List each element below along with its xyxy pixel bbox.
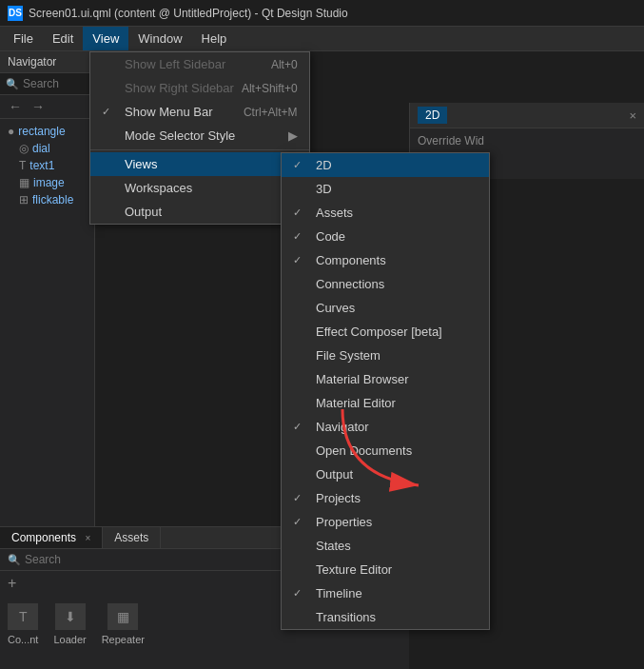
override-label: Override Wid — [410, 128, 644, 153]
nav-controls: ← → — [0, 95, 94, 119]
label-timeline: Timeline — [316, 586, 362, 600]
label-material-browser: Material Browser — [316, 372, 409, 386]
submenu-assets[interactable]: Assets — [282, 201, 489, 225]
list-item-loader[interactable]: ⬇ Loader — [53, 603, 86, 645]
label-code: Code — [316, 229, 345, 244]
views-submenu: 2D 3D Assets Code Components — [281, 152, 490, 630]
close-icon[interactable]: × — [629, 108, 636, 123]
menu-window[interactable]: Window — [128, 27, 191, 50]
label-transitions: Transitions — [316, 610, 376, 624]
submenu-timeline[interactable]: Timeline — [282, 581, 489, 605]
menu-view[interactable]: View — [83, 27, 128, 50]
tree-label: rectangle — [18, 125, 65, 138]
tree-label: flickable — [32, 193, 73, 207]
label-curves: Curves — [316, 301, 355, 315]
submenu-open-documents[interactable]: Open Documents — [282, 439, 489, 462]
submenu-2d[interactable]: 2D — [282, 153, 489, 177]
list-item-content[interactable]: T Co...nt — [8, 603, 38, 645]
submenu-projects[interactable]: Projects — [282, 486, 489, 510]
submenu-transitions[interactable]: Transitions — [282, 605, 489, 629]
check-projects — [293, 492, 308, 504]
nav-back-button[interactable]: ← — [6, 98, 25, 115]
submenu-texture-editor[interactable]: Texture Editor — [282, 558, 489, 581]
label-assets: Assets — [316, 206, 353, 220]
image-icon: ▦ — [19, 176, 29, 189]
submenu-properties[interactable]: Properties — [282, 510, 489, 534]
search-icon: 🔍 — [6, 78, 19, 90]
label-output: Output — [316, 467, 353, 482]
navigator-search-bar: 🔍 — [0, 73, 94, 95]
submenu-connections[interactable]: Connections — [282, 272, 489, 296]
tree-item-dial[interactable]: ◎ dial — [0, 140, 94, 157]
tree-item-image[interactable]: ▦ image — [0, 174, 94, 191]
view-menu: Show Left Sidebar Alt+0 Show Right Sideb… — [89, 51, 310, 225]
menu-views[interactable]: Views ▶ 2D 3D Assets Code — [90, 152, 309, 176]
output-label: Output — [125, 205, 162, 219]
tree-label: dial — [32, 142, 50, 155]
submenu-material-editor[interactable]: Material Editor — [282, 391, 489, 415]
check-2d — [293, 159, 308, 171]
check-properties — [293, 516, 308, 528]
shortcut-menu-bar: Ctrl+Alt+M — [244, 106, 298, 119]
title-bar: DS Screen01.ui.qml (content @ UntitledPr… — [0, 0, 644, 27]
check-components — [293, 254, 308, 266]
menu-mode-selector[interactable]: Mode Selector Style ▶ — [90, 124, 309, 148]
navigator-search-input[interactable] — [23, 77, 89, 90]
label-connections: Connections — [316, 277, 384, 291]
tab-assets[interactable]: Assets — [103, 527, 161, 548]
nav-forward-button[interactable]: → — [29, 98, 48, 115]
menu-output[interactable]: Output ▶ — [90, 200, 309, 224]
label-3d: 3D — [316, 182, 332, 196]
submenu-output[interactable]: Output — [282, 462, 489, 486]
tree-label: image — [33, 176, 65, 189]
menu-show-left-sidebar[interactable]: Show Left Sidebar Alt+0 — [90, 52, 309, 76]
bottom-search-input[interactable] — [25, 553, 167, 566]
menu-help[interactable]: Help — [192, 27, 237, 50]
submenu-3d[interactable]: 3D — [282, 177, 489, 201]
tab-components[interactable]: Components × — [0, 527, 103, 548]
menu-file[interactable]: File — [4, 27, 43, 50]
tree-item-text1[interactable]: T text1 — [0, 157, 94, 174]
submenu-components[interactable]: Components — [282, 248, 489, 272]
tree-item-flickable[interactable]: ⊞ flickable — [0, 191, 94, 208]
loader-icon: ⬇ — [55, 603, 86, 630]
submenu-effect-composer[interactable]: Effect Composer [beta] — [282, 320, 489, 344]
submenu-file-system[interactable]: File System — [282, 344, 489, 367]
dial-icon: ◎ — [19, 142, 29, 155]
show-left-sidebar-label: Show Left Sidebar — [125, 57, 225, 71]
menu-workspaces[interactable]: Workspaces ▶ — [90, 176, 309, 200]
submenu-curves[interactable]: Curves — [282, 296, 489, 320]
submenu-code[interactable]: Code — [282, 225, 489, 248]
views-label: Views — [125, 157, 157, 171]
text-icon: T — [19, 159, 26, 172]
shortcut-right-sidebar: Alt+Shift+0 — [242, 82, 298, 95]
mode-selector-arrow-icon: ▶ — [288, 128, 298, 143]
tree-item-rectangle[interactable]: ● rectangle — [0, 123, 94, 140]
list-item-repeater[interactable]: ▦ Repeater — [102, 603, 145, 645]
menu-bar: File Edit View Window Help — [0, 27, 644, 51]
submenu-material-browser[interactable]: Material Browser — [282, 367, 489, 391]
label-texture-editor: Texture Editor — [316, 562, 392, 577]
rectangle-icon: ● — [8, 125, 14, 138]
label-open-documents: Open Documents — [316, 443, 412, 458]
navigator-header: Navigator — [0, 51, 94, 73]
shortcut-left-sidebar: Alt+0 — [271, 58, 298, 71]
check-assets — [293, 207, 308, 219]
close-components-tab[interactable]: × — [85, 533, 90, 543]
show-right-sidebar-label: Show Right Sidebar — [125, 81, 234, 95]
check-navigator — [293, 421, 308, 433]
submenu-navigator[interactable]: Navigator — [282, 415, 489, 439]
flickable-icon: ⊞ — [19, 193, 29, 207]
label-effect-composer: Effect Composer [beta] — [316, 325, 442, 339]
app-logo: DS — [8, 6, 23, 21]
show-menu-bar-label: Show Menu Bar — [125, 105, 213, 119]
menu-edit[interactable]: Edit — [43, 27, 83, 50]
menu-show-right-sidebar[interactable]: Show Right Sidebar Alt+Shift+0 — [90, 76, 309, 100]
submenu-states[interactable]: States — [282, 534, 489, 558]
label-navigator: Navigator — [316, 420, 369, 434]
dropdown-overlay: Show Left Sidebar Alt+0 Show Right Sideb… — [89, 51, 310, 225]
menu-show-menu-bar[interactable]: Show Menu Bar Ctrl+Alt+M — [90, 100, 309, 124]
label-material-editor: Material Editor — [316, 396, 396, 410]
label-2d: 2D — [316, 158, 332, 172]
label-file-system: File System — [316, 348, 381, 363]
